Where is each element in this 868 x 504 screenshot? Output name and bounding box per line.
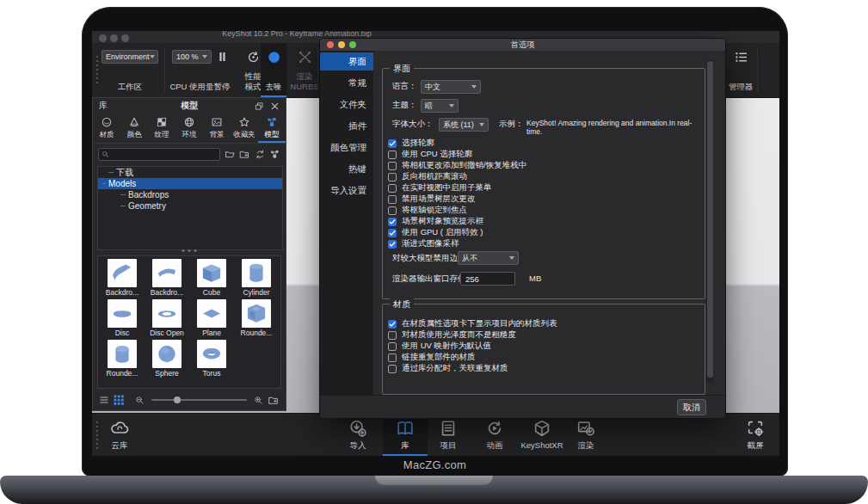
model-item-roundedcyl[interactable]: Rounde... — [100, 340, 145, 380]
preferences-section-热键[interactable]: 热键 — [320, 160, 373, 178]
splitter-handle[interactable] — [182, 249, 197, 252]
refresh-icon[interactable] — [255, 149, 266, 160]
model-item-cylinder[interactable]: Cylinder — [234, 259, 279, 299]
theme-dropdown[interactable]: 暗 — [421, 99, 459, 113]
checkbox[interactable] — [388, 365, 397, 373]
dock-item-截屏[interactable]: 截屏 — [735, 414, 776, 456]
material-option[interactable]: 在材质属性选项卡下显示项目内的材质列表 — [388, 318, 557, 329]
interface-option[interactable]: 禁用场景树层次更改 — [388, 194, 526, 205]
window-close-button[interactable] — [99, 34, 107, 42]
import-folder-icon[interactable] — [268, 395, 280, 406]
checkbox[interactable] — [388, 206, 397, 215]
dock-item-导入[interactable]: 导入 — [337, 414, 379, 456]
dock-drag-handle[interactable] — [96, 421, 98, 449]
zoom-in-icon[interactable] — [254, 396, 263, 405]
model-item-plane[interactable]: Plane — [189, 299, 234, 340]
checkbox[interactable] — [388, 320, 397, 329]
model-item-backdrop2[interactable]: Backdro... — [145, 259, 189, 299]
library-tab-颜色[interactable]: 颜色 — [120, 114, 148, 143]
denoise-button[interactable]: 去噪 — [261, 43, 286, 97]
list-view-icon[interactable] — [99, 395, 109, 405]
search-input[interactable] — [98, 148, 220, 161]
model-item-cube[interactable]: Cube — [189, 259, 234, 299]
thumbnail-size-slider[interactable] — [151, 399, 247, 401]
window-zoom-button[interactable] — [121, 34, 129, 42]
checkbox[interactable] — [388, 331, 397, 340]
model-item-disc[interactable]: Disc — [100, 299, 145, 340]
disable-outline-dropdown[interactable]: 从不 — [458, 251, 519, 265]
molecule-icon[interactable] — [269, 149, 280, 160]
checkbox[interactable] — [388, 173, 397, 181]
model-item-discopen[interactable]: Disc Open — [145, 299, 189, 340]
pause-button[interactable]: 暂停 — [207, 43, 237, 97]
preferences-section-常规[interactable]: 常规 — [320, 74, 373, 92]
library-tab-材质[interactable]: 材质 — [93, 114, 120, 143]
preferences-section-导入设置[interactable]: 导入设置 — [320, 181, 373, 200]
dialog-scrollbar[interactable] — [706, 59, 714, 383]
checkbox[interactable] — [388, 195, 397, 204]
model-item-torus[interactable]: Torus — [189, 340, 234, 380]
tree-item-Geometry[interactable]: Geometry — [98, 200, 282, 212]
material-option[interactable]: 使用 UV 映射作为默认值 — [388, 341, 557, 352]
float-panel-icon[interactable] — [255, 101, 264, 111]
zoom-out-icon[interactable] — [135, 396, 145, 405]
open-folder-icon[interactable] — [225, 149, 236, 160]
library-tab-模型[interactable]: 模型 — [258, 114, 286, 143]
interface-option[interactable]: 使用 CPU 选择轮廓 — [388, 149, 526, 160]
workspace-dropdown[interactable]: Environment — [102, 50, 158, 64]
checkbox[interactable] — [388, 162, 397, 170]
preferences-section-文件夹[interactable]: 文件夹 — [320, 95, 373, 114]
dock-item-库[interactable]: 库 — [383, 414, 428, 456]
dock-item-动画[interactable]: 动画 — [474, 414, 515, 456]
interface-option[interactable]: 将相机更改添加到撤销/恢复堆栈中 — [388, 160, 526, 171]
material-option[interactable]: 链接重复部件的材质 — [388, 352, 557, 363]
interface-option[interactable]: 使用 GPU ( 启用特效 ) — [388, 227, 526, 238]
scrollbar-thumb[interactable] — [707, 61, 713, 378]
memory-limit-input[interactable]: 256 — [460, 272, 515, 286]
language-dropdown[interactable]: 中文 — [421, 80, 481, 94]
add-folder-icon[interactable] — [239, 149, 250, 160]
dock-item-渲染[interactable]: 渲染 — [565, 414, 606, 456]
tree-expander[interactable]: − — [100, 178, 108, 189]
checkbox[interactable] — [388, 139, 397, 148]
library-tab-环境[interactable]: 环境 — [175, 114, 203, 143]
tree-item-下载[interactable]: 下载 — [98, 167, 282, 178]
checkbox[interactable] — [388, 353, 397, 362]
model-item-backdrop1[interactable]: Backdro... — [100, 259, 145, 299]
interface-option[interactable]: 渐进式图像采样 — [388, 238, 526, 249]
tree-item-Backdrops[interactable]: Backdrops — [98, 189, 282, 200]
model-item-sphere[interactable]: Sphere — [145, 340, 189, 380]
dock-item-项目[interactable]: 项目 — [428, 414, 469, 456]
cpu-usage-dropdown[interactable]: 100 % — [172, 50, 212, 64]
interface-option[interactable]: 在实时视图中启用子菜单 — [388, 182, 526, 194]
library-tab-纹理[interactable]: 纹理 — [148, 114, 175, 143]
checkbox[interactable] — [388, 218, 397, 226]
close-icon[interactable] — [270, 101, 280, 111]
interface-option[interactable]: 场景树对象预览提示框 — [388, 216, 526, 227]
dock-item-KeyShotXR[interactable]: KeyShotXR — [517, 414, 567, 456]
dock-item-云库[interactable]: 云库 — [99, 414, 140, 456]
model-item-roundedcube[interactable]: Rounde... — [234, 299, 279, 340]
font-size-dropdown[interactable]: 系统 (11) — [439, 118, 489, 132]
grid-view-icon[interactable] — [114, 395, 124, 405]
checkbox[interactable] — [388, 229, 397, 237]
slider-thumb[interactable] — [174, 396, 181, 403]
checkbox[interactable] — [388, 342, 397, 351]
interface-option[interactable]: 将枢轴锁定到焦点 — [388, 205, 526, 216]
material-option[interactable]: 通过库分配时，关联重复材质 — [388, 363, 557, 374]
checkbox[interactable] — [388, 240, 397, 249]
window-minimize-button[interactable] — [110, 34, 118, 42]
checkbox[interactable] — [388, 184, 397, 193]
library-tab-收藏夹[interactable]: 收藏夹 — [231, 114, 258, 143]
cancel-button[interactable]: 取消 — [677, 399, 706, 415]
material-option[interactable]: 对材质使用光泽度而不是粗糙度 — [388, 329, 557, 341]
interface-option[interactable]: 选择轮廓 — [388, 138, 526, 149]
preferences-section-界面[interactable]: 界面 — [320, 52, 373, 71]
checkbox[interactable] — [388, 151, 397, 159]
interface-option[interactable]: 反向相机距离滚动 — [388, 171, 526, 182]
preferences-section-插件[interactable]: 插件 — [320, 117, 373, 135]
preferences-section-颜色管理[interactable]: 颜色管理 — [320, 138, 373, 157]
tree-item-Models[interactable]: −Models — [98, 178, 282, 189]
library-tab-背景[interactable]: 背景 — [203, 114, 231, 143]
toolbar-drag-handle[interactable] — [96, 56, 98, 85]
